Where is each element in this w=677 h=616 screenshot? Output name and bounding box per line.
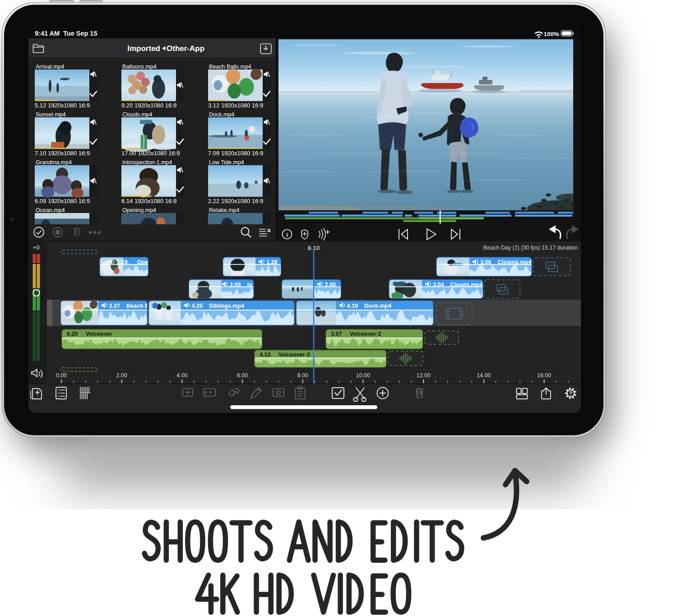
svg-text:a: a [267, 227, 271, 233]
svg-text:7.09 1920x1080 16:9: 7.09 1920x1080 16:9 [208, 150, 263, 157]
svg-text:2.22 1920x1080 16:9: 2.22 1920x1080 16:9 [208, 198, 263, 204]
svg-text:14.00: 14.00 [477, 372, 491, 379]
svg-text:4.19: 4.19 [347, 303, 358, 309]
svg-text:Imported: Imported [127, 44, 160, 53]
svg-text:i: i [286, 232, 288, 238]
svg-text:0.00: 0.00 [56, 372, 67, 379]
svg-text:4.25: 4.25 [192, 303, 203, 309]
svg-text:Dock.mp4: Dock.mp4 [209, 111, 234, 118]
svg-text:3.06: 3.06 [480, 259, 491, 265]
svg-text:Sunset.mp4: Sunset.mp4 [36, 111, 66, 118]
svg-text:3.12 1920x1080 16:9: 3.12 1920x1080 16:9 [208, 102, 263, 109]
svg-text:Clouds.mp4: Clouds.mp4 [450, 282, 483, 288]
svg-text:100%: 100% [543, 31, 559, 37]
svg-text:1.28: 1.28 [266, 259, 277, 265]
svg-text:9:41 AM: 9:41 AM [35, 30, 60, 37]
svg-text:Balloons.mp4: Balloons.mp4 [122, 64, 157, 70]
svg-text:8.00: 8.00 [297, 372, 308, 379]
svg-text:2.27: 2.27 [109, 303, 120, 309]
svg-text:6.00: 6.00 [237, 372, 248, 379]
svg-text:1.19.: 1.19. [116, 259, 129, 265]
svg-text:6.09 1920x1080 16:9: 6.09 1920x1080 16:9 [35, 198, 90, 204]
svg-text:+0: +0 [33, 244, 40, 251]
svg-text:Grandma.mp4: Grandma.mp4 [36, 159, 72, 166]
svg-text:Closing.mp4: Closing.mp4 [498, 259, 532, 265]
svg-text:Tue Sep 15: Tue Sep 15 [63, 30, 97, 37]
svg-text:8.10: 8.10 [308, 245, 320, 251]
svg-text:Arrival.mp4: Arrival.mp4 [36, 64, 64, 70]
svg-text:Retake.mp4: Retake.mp4 [209, 207, 239, 213]
svg-text:3.07: 3.07 [331, 331, 342, 337]
svg-text:Voiceover: Voiceover [86, 331, 112, 337]
svg-text:6.20: 6.20 [67, 331, 78, 337]
svg-text:Beach Day (2) (30 fps) 15.17: Beach Day (2) (30 fps) 15.17 duration [483, 245, 578, 251]
svg-text:Dock.mp4: Dock.mp4 [364, 303, 391, 309]
svg-text:Beach Balls.mp4: Beach Balls.mp4 [209, 64, 251, 70]
svg-text:16.00: 16.00 [537, 372, 551, 379]
svg-text:2.05: 2.05 [230, 282, 241, 288]
svg-text:Voiceover-2: Voiceover-2 [350, 331, 381, 337]
svg-text:4.13: 4.13 [260, 352, 270, 358]
svg-text:7.10 1920x1080 16:9: 7.10 1920x1080 16:9 [35, 150, 90, 157]
svg-text:Low Tide.mp4: Low Tide.mp4 [209, 159, 244, 166]
svg-text:2.00: 2.00 [325, 282, 336, 288]
svg-text:Opening.mp4: Opening.mp4 [122, 207, 156, 213]
svg-text:Siblings.mp4: Siblings.mp4 [209, 303, 244, 309]
svg-text:Beach B: Beach B [126, 303, 149, 309]
svg-text:Introspection-1.mp4: Introspection-1.mp4 [122, 159, 172, 166]
svg-text:10.00: 10.00 [356, 372, 370, 379]
svg-text:3.04: 3.04 [433, 282, 444, 288]
svg-text:In: In [247, 282, 252, 288]
svg-text:6.14 1920x1080 16:9: 6.14 1920x1080 16:9 [121, 198, 176, 204]
svg-text:12.00: 12.00 [417, 372, 431, 379]
svg-text:Voiceover-3: Voiceover-3 [278, 352, 310, 358]
svg-text:Other-App: Other-App [167, 44, 204, 53]
svg-text:2.00: 2.00 [116, 372, 127, 379]
svg-text:Clouds.mp4: Clouds.mp4 [122, 111, 153, 118]
svg-text:5.12 1920x1080 16:9: 5.12 1920x1080 16:9 [35, 102, 90, 109]
svg-text:4.00: 4.00 [176, 372, 187, 379]
svg-text:Ocean.mp4: Ocean.mp4 [36, 207, 65, 213]
svg-text:17.00 1920x1080 16:9: 17.00 1920x1080 16:9 [121, 150, 180, 157]
svg-text:?: ? [569, 390, 572, 397]
svg-text:9.20 1920x1080 16:9: 9.20 1920x1080 16:9 [121, 102, 176, 109]
